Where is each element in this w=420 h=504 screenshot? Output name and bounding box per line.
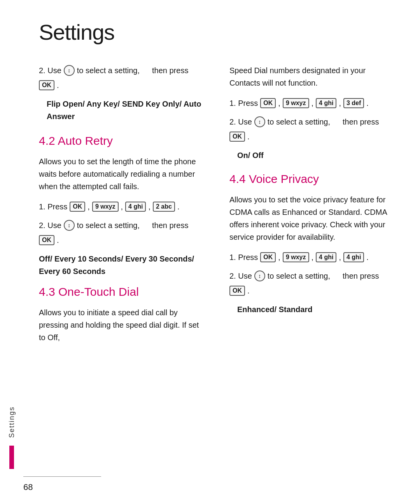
section-44-step2: 2. Use ↕ to select a setting, then press… [229, 270, 397, 297]
right-column: Speed Dial numbers designated in your Co… [229, 64, 397, 485]
comma-2: , [121, 200, 123, 213]
sidebar: Settings [0, 0, 23, 504]
comma-r3: , [339, 97, 341, 109]
step1-prefix-r43: 1. Press [229, 97, 258, 109]
key-9-r43: 9 wxyz [283, 98, 309, 108]
step2-then-44: then press [335, 270, 379, 282]
key-ok-r43: OK [260, 98, 276, 108]
step2-prefix-r43: 2. Use [229, 116, 252, 128]
comma-44-1: , [278, 251, 280, 263]
step2-prefix-44: 2. Use [229, 270, 252, 282]
key-9-44: 9 wxyz [283, 252, 309, 262]
section-44-heading: 4.4 Voice Privacy [229, 172, 397, 186]
section-42-description: Allows you to set the length of time the… [39, 155, 206, 193]
step2-text-r43: to select a setting, [268, 116, 330, 128]
pre-section: 2. Use ↕ to select a setting, then press… [39, 64, 206, 123]
ok-key-r43: OK [229, 132, 245, 142]
section-42-heading: 4.2 Auto Retry [39, 134, 206, 148]
page-container: Settings Settings 2. Use ↕ to select a s… [0, 0, 420, 504]
bottom-divider [23, 476, 101, 477]
period-ok-44: . [247, 284, 250, 297]
sidebar-bar [9, 446, 14, 469]
step1-prefix-42: 1. Press [39, 200, 67, 213]
pre-step2-text1: 2. Use [39, 64, 61, 77]
ok-key-42: OK [39, 235, 54, 245]
section-43-heading: 4.3 One-Touch Dial [39, 285, 206, 299]
nav-icon-44: ↕ [254, 270, 265, 281]
section-44-step1: 1. Press OK , 9 wxyz , 4 ghi , 4 ghi . [229, 251, 397, 263]
key-4-42: 4 ghi [125, 202, 146, 212]
step1-prefix-44: 1. Press [229, 251, 258, 263]
left-column: 2. Use ↕ to select a setting, then press… [39, 64, 206, 485]
section-42-step1: 1. Press OK , 9 wxyz , 4 ghi , 2 abc . [39, 200, 206, 213]
key-2-42: 2 abc [153, 202, 175, 212]
step2-then-42: then press [144, 219, 188, 232]
section-44: 4.4 Voice Privacy Allows you to set the … [229, 172, 397, 316]
sidebar-label: Settings [8, 406, 16, 438]
nav-icon-42: ↕ [64, 220, 75, 231]
period-ok-r43: . [247, 130, 250, 143]
right-step1-43: 1. Press OK , 9 wxyz , 4 ghi , 3 def . [229, 97, 397, 109]
two-columns: 2. Use ↕ to select a setting, then press… [39, 64, 397, 485]
section-42: 4.2 Auto Retry Allows you to set the len… [39, 134, 206, 277]
section-42-step2: 2. Use ↕ to select a setting, then press… [39, 219, 206, 246]
comma-1: , [88, 200, 90, 213]
period1: . [57, 79, 59, 91]
period-r43: . [366, 97, 369, 109]
key-ok-42: OK [70, 202, 85, 212]
pre-step2-text2: to select a setting, [77, 64, 140, 77]
ok-key-pre: OK [39, 80, 54, 90]
comma-3: , [148, 200, 150, 213]
period-44: . [366, 251, 369, 263]
period-ok-42: . [57, 234, 59, 246]
step2-prefix-42: 2. Use [39, 219, 61, 232]
step2-text-44: to select a setting, [268, 270, 330, 282]
pre-step2-text3: then press [144, 64, 188, 77]
nav-icon-r43: ↕ [254, 116, 265, 127]
right-step2-43: 2. Use ↕ to select a setting, then press… [229, 116, 397, 143]
section-43: 4.3 One-Touch Dial Allows you to initiat… [39, 285, 206, 344]
right-43-options: On/ Off [237, 149, 397, 162]
right-intro-text: Speed Dial numbers designated in your Co… [229, 64, 397, 89]
step2-then-r43: then press [335, 116, 379, 128]
pre-bold-options: Flip Open/ Any Key/ SEND Key Only/ Auto … [47, 98, 206, 123]
page-title: Settings [39, 19, 397, 45]
key-ok-44: OK [260, 252, 276, 262]
ok-key-44: OK [229, 286, 245, 296]
key-4-r43: 4 ghi [316, 98, 336, 108]
key-9-42: 9 wxyz [92, 202, 119, 212]
comma-r2: , [312, 97, 314, 109]
pre-step2: 2. Use ↕ to select a setting, then press… [39, 64, 206, 91]
period-42: . [177, 200, 180, 213]
section-43-description: Allows you to initiate a speed dial call… [39, 306, 206, 344]
comma-44-2: , [312, 251, 314, 263]
key-4b-44: 4 ghi [343, 252, 364, 262]
nav-icon-pre: ↕ [64, 65, 75, 76]
page-number: 68 [23, 482, 33, 492]
main-content: Settings 2. Use ↕ to select a setting, t… [23, 0, 420, 504]
step2-text-42: to select a setting, [77, 219, 140, 232]
comma-44-3: , [339, 251, 341, 263]
section-44-options: Enhanced/ Standard [237, 303, 397, 316]
section-44-description: Allows you to set the voice privacy feat… [229, 193, 397, 243]
section-42-options: Off/ Every 10 Seconds/ Every 30 Seconds/… [39, 253, 206, 277]
comma-r1: , [278, 97, 280, 109]
key-4a-44: 4 ghi [316, 252, 336, 262]
key-3-r43: 3 def [343, 98, 364, 108]
